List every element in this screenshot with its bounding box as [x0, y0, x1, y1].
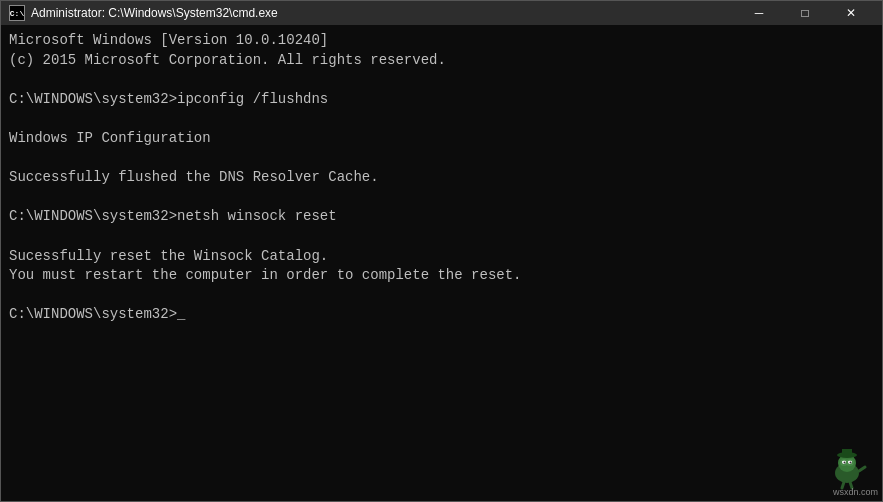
minimize-button[interactable]: ─: [736, 1, 782, 25]
mascot-watermark: [822, 441, 872, 491]
svg-point-6: [844, 462, 846, 464]
terminal-output: Microsoft Windows [Version 10.0.10240](c…: [9, 31, 874, 325]
svg-point-7: [850, 462, 852, 464]
close-button[interactable]: ✕: [828, 1, 874, 25]
cmd-icon: C:\: [9, 5, 25, 21]
maximize-button[interactable]: □: [782, 1, 828, 25]
title-bar-buttons: ─ □ ✕: [736, 1, 874, 25]
watermark-text: wsxdn.com: [833, 487, 878, 497]
terminal-body[interactable]: Microsoft Windows [Version 10.0.10240](c…: [1, 25, 882, 501]
svg-rect-3: [842, 449, 852, 456]
title-bar-text: Administrator: C:\Windows\System32\cmd.e…: [31, 6, 730, 20]
title-bar: C:\ Administrator: C:\Windows\System32\c…: [1, 1, 882, 25]
cmd-window: C:\ Administrator: C:\Windows\System32\c…: [0, 0, 883, 502]
svg-line-11: [859, 467, 865, 471]
